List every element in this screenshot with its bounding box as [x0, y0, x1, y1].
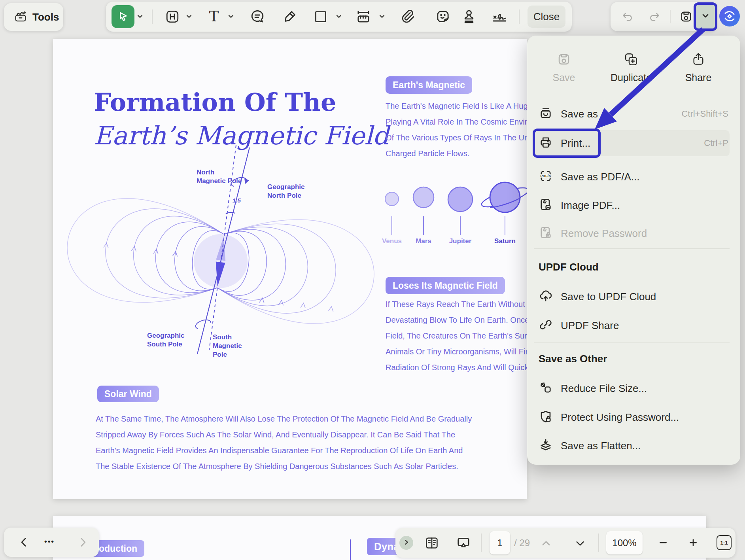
select-tool-chevron-icon[interactable] — [136, 13, 144, 22]
pdfa-icon: PDF/A — [539, 169, 553, 185]
menu-item-save-as-pdfa[interactable]: PDF/A Save as PDF/A... — [527, 166, 740, 188]
redo-icon[interactable] — [648, 9, 662, 25]
updf-app-window: Formation Of The Earth’s Magnetic Field — [0, 0, 745, 560]
toolbar-divider — [519, 9, 520, 24]
toolbar-divider — [670, 10, 671, 23]
save-menu-chevron-button[interactable] — [694, 2, 717, 31]
signature-tool-button[interactable] — [490, 8, 511, 26]
menu-item-save-as-label: Save as — [561, 108, 598, 120]
chevron-down-icon — [701, 11, 710, 22]
badge-introduction-clipped: oduction — [92, 540, 144, 557]
page-nav-popup: ••• — [4, 528, 99, 557]
menu-item-save-to-updf-cloud-label: Save to UPDF Cloud — [561, 291, 656, 303]
menu-divider — [534, 248, 730, 249]
label-north-magnetic-pole: North Magnetic Pole — [197, 168, 242, 185]
chevron-right-icon — [403, 539, 410, 547]
attachment-tool-button[interactable] — [399, 8, 416, 26]
label-south-magnetic-pole: South Magnetic Pole — [213, 333, 242, 359]
badge-earths-magnetic: Earth's Magnetic — [386, 76, 472, 94]
page-down-icon[interactable] — [574, 537, 586, 551]
document-page-1: Formation Of The Earth’s Magnetic Field — [53, 39, 527, 499]
menu-item-save-as-flatten[interactable]: Save as Flatten... — [527, 435, 740, 457]
planet-label-saturn: Saturn — [494, 237, 516, 245]
quick-action-duplicate[interactable]: Duplicate — [601, 51, 661, 83]
heading-tool-button[interactable] — [165, 9, 180, 26]
save-dropdown-menu: Save Duplicate Share — [527, 36, 740, 465]
toolbar-divider — [152, 9, 153, 24]
menu-item-updf-share-label: UPDF Share — [561, 320, 619, 332]
quick-action-duplicate-label: Duplicate — [601, 72, 661, 83]
reduce-size-icon — [539, 380, 553, 396]
menu-item-print-label: Print... — [561, 137, 590, 149]
expand-bar-button[interactable] — [399, 536, 413, 550]
actual-size-label: 1:1 — [720, 540, 728, 546]
remove-password-icon — [539, 225, 553, 241]
text-tool-button[interactable]: T — [206, 8, 222, 26]
tools-button-label: Tools — [32, 11, 59, 23]
shape-tool-button[interactable] — [313, 9, 329, 26]
pen-tool-button[interactable] — [282, 8, 298, 26]
quick-action-share-label: Share — [669, 72, 728, 83]
svg-text:PDF/A: PDF/A — [541, 174, 552, 178]
zoom-level-input[interactable]: 100% — [606, 531, 643, 554]
measure-tool-button[interactable] — [355, 8, 372, 26]
stamp-tool-button[interactable] — [461, 8, 477, 26]
menu-item-protect-password[interactable]: Protect Using Password... — [527, 406, 740, 428]
shape-tool-chevron-icon[interactable] — [335, 13, 343, 22]
comment-tool-button[interactable] — [249, 8, 266, 26]
save-floppy-icon — [556, 62, 572, 68]
menu-item-print[interactable]: Print... Ctrl+P — [527, 132, 740, 154]
menu-item-updf-share[interactable]: UPDF Share — [527, 314, 740, 337]
menu-section-save-as-other: Save as Other — [539, 353, 607, 365]
menu-item-protect-password-label: Protect Using Password... — [561, 411, 679, 424]
cloud-upload-icon — [539, 289, 553, 305]
measure-tool-chevron-icon[interactable] — [378, 13, 386, 22]
heading-tool-chevron-icon[interactable] — [185, 13, 193, 22]
view-controls-bar: 1 / 29 100% 1:1 — [395, 528, 736, 558]
quick-action-share[interactable]: Share — [669, 51, 728, 83]
actual-size-button[interactable]: 1:1 — [717, 535, 732, 550]
doc-title-line1: Formation Of The — [94, 88, 337, 117]
zoom-in-icon[interactable] — [687, 537, 699, 550]
printer-icon — [539, 135, 553, 151]
nav-more-icon[interactable]: ••• — [44, 537, 55, 546]
menu-item-save-to-updf-cloud[interactable]: Save to UPDF Cloud — [527, 286, 740, 308]
menu-item-print-shortcut: Ctrl+P — [704, 138, 728, 148]
save-icon[interactable] — [679, 9, 694, 26]
sticker-tool-button[interactable] — [435, 8, 451, 26]
page-number-input[interactable]: 1 — [490, 531, 510, 554]
undo-icon[interactable] — [620, 9, 634, 25]
zoom-out-icon[interactable] — [657, 537, 669, 550]
text-tool-chevron-icon[interactable] — [227, 13, 235, 22]
main-toolbar: T — [106, 2, 572, 32]
planet-label-venus: Venus — [382, 237, 402, 245]
badge-solar-wind: Solar Wind — [97, 386, 159, 402]
close-button[interactable]: Close — [528, 6, 565, 28]
page-total-label: / 29 — [514, 537, 530, 549]
label-axis-angle: 1.5 — [233, 197, 241, 204]
planet-label-jupiter: Jupiter — [449, 237, 472, 245]
menu-item-reduce-file-size-label: Reduce File Size... — [561, 382, 647, 395]
badge-loses-magnetic-field: Loses Its Magnetic Field — [386, 277, 505, 294]
planet-size-illustration — [376, 180, 527, 239]
page-up-icon[interactable] — [540, 537, 552, 551]
menu-item-image-pdf[interactable]: Image PDF... — [527, 194, 740, 216]
planet-label-mars: Mars — [416, 237, 431, 245]
cursor-icon — [116, 9, 130, 25]
select-tool-button[interactable] — [112, 5, 134, 28]
page2-column-divider — [350, 539, 351, 560]
page-number-value: 1 — [497, 537, 502, 549]
paragraph-solar-wind: At The Same Time, The Atmosphere Will Al… — [96, 411, 523, 474]
nav-back-icon[interactable] — [17, 535, 31, 551]
toolbox-icon — [13, 10, 28, 26]
menu-item-reduce-file-size[interactable]: Reduce File Size... — [527, 377, 740, 399]
nav-forward-icon[interactable] — [76, 535, 89, 551]
updf-ai-logo[interactable] — [719, 6, 740, 28]
share-icon — [690, 62, 706, 68]
two-page-view-icon[interactable] — [424, 535, 440, 552]
bar-divider — [481, 534, 482, 552]
presentation-mode-icon[interactable] — [456, 535, 471, 552]
tools-button[interactable]: Tools — [4, 3, 63, 31]
paragraph-earths-magnetic: The Earth's Magnetic Field Is Like A Hug… — [386, 98, 527, 161]
menu-item-save-as[interactable]: Save as Ctrl+Shift+S — [527, 103, 740, 125]
